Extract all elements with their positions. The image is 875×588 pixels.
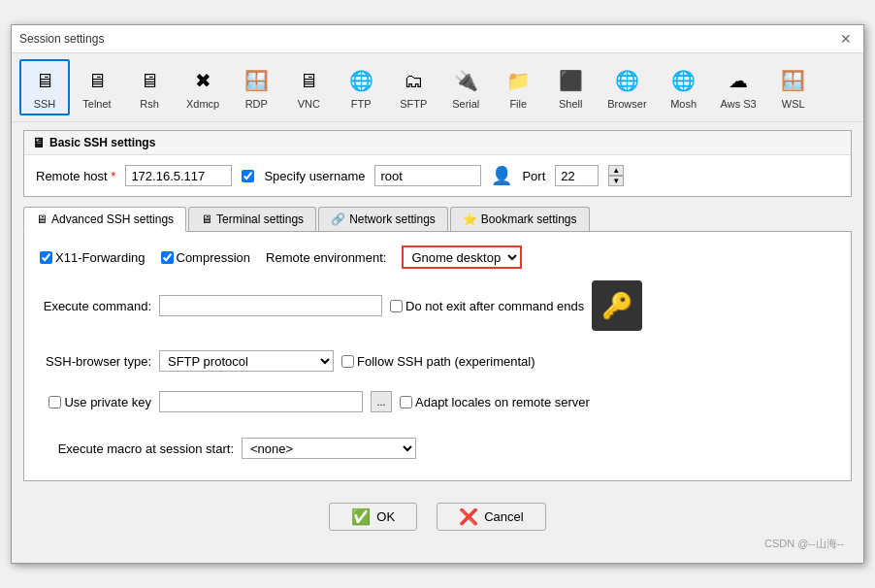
telnet-icon: 🖥	[81, 65, 113, 96]
awss3-icon: ☁	[723, 65, 754, 96]
private-key-browse-button[interactable]: ...	[371, 391, 392, 412]
terminal-tab-icon: 🖥	[201, 212, 212, 226]
ssh-icon: 🖥	[29, 65, 60, 96]
toolbar-item-ftp[interactable]: 🌐 FTP	[336, 59, 386, 115]
port-input[interactable]	[555, 165, 599, 186]
tab-bar: 🖥Advanced SSH settings🖥Terminal settings…	[23, 207, 852, 232]
advanced-ssh-tab-icon: 🖥	[36, 212, 48, 226]
do-not-exit-checkbox-label[interactable]: Do not exit after command ends	[390, 299, 584, 313]
browser-icon: 🌐	[611, 65, 642, 96]
execute-macro-select[interactable]: <none>	[242, 438, 416, 459]
xdmcp-icon: ✖	[187, 65, 218, 96]
execute-macro-row: Execute macro at session start: <none>	[40, 438, 835, 459]
x11-compression-row: X11-Forwarding Compression Remote enviro…	[40, 245, 835, 269]
mosh-label: Mosh	[670, 98, 697, 110]
toolbar-item-shell[interactable]: ⬛ Shell	[545, 59, 596, 115]
serial-icon: 🔌	[450, 65, 481, 96]
execute-macro-label: Execute macro at session start:	[40, 441, 234, 456]
network-tab-label: Network settings	[349, 212, 436, 226]
private-key-row: Use private key ... Adapt locales on rem…	[40, 391, 835, 412]
execute-command-input[interactable]	[159, 295, 382, 316]
terminal-tab-label: Terminal settings	[216, 212, 304, 226]
adapt-locales-checkbox[interactable]	[400, 396, 412, 408]
bookmark-tab-label: Bookmark settings	[481, 212, 577, 226]
use-private-key-checkbox[interactable]	[49, 396, 61, 408]
key-icon-box: 🔑	[592, 280, 642, 331]
remote-env-select[interactable]: Gnome desktop KDE desktop None	[402, 245, 522, 269]
wsl-label: WSL	[782, 98, 805, 110]
ssh-label: SSH	[34, 98, 56, 110]
tab-terminal[interactable]: 🖥Terminal settings	[188, 207, 316, 231]
rsh-label: Rsh	[140, 98, 159, 110]
adapt-locales-checkbox-label[interactable]: Adapt locales on remote server	[400, 395, 590, 409]
close-button[interactable]: ✕	[836, 31, 856, 47]
rdp-icon: 🪟	[241, 65, 272, 96]
compression-checkbox[interactable]	[161, 251, 174, 264]
toolbar-item-browser[interactable]: 🌐 Browser	[598, 59, 656, 115]
use-private-key-checkbox-label[interactable]: Use private key	[40, 395, 151, 409]
remote-host-label: Remote host *	[36, 169, 115, 183]
required-star: *	[111, 169, 115, 183]
specify-username-checkbox[interactable]	[242, 170, 254, 182]
specify-username-label: Specify username	[264, 169, 365, 183]
shell-icon: ⬛	[555, 65, 586, 96]
cancel-icon: ❌	[459, 507, 478, 526]
toolbar-item-mosh[interactable]: 🌐 Mosh	[659, 59, 709, 115]
port-spinner: ▲ ▼	[608, 165, 624, 186]
ok-icon: ✅	[351, 507, 371, 526]
toolbar-item-rdp[interactable]: 🪟 RDP	[231, 59, 281, 115]
tab-network[interactable]: 🔗Network settings	[318, 207, 448, 231]
ftp-label: FTP	[351, 98, 372, 110]
do-not-exit-checkbox[interactable]	[390, 300, 403, 312]
port-spin-up[interactable]: ▲	[608, 165, 624, 176]
toolbar-item-xdmcp[interactable]: ✖ Xdmcp	[177, 59, 229, 115]
title-bar: Session settings ✕	[12, 25, 863, 53]
execute-command-label: Execute command:	[40, 299, 151, 313]
remote-host-input[interactable]	[125, 165, 232, 186]
session-settings-dialog: Session settings ✕ 🖥 SSH 🖥 Telnet 🖥 Rsh …	[11, 24, 864, 564]
rdp-label: RDP	[245, 98, 268, 110]
watermark: CSDN @--山海--	[0, 537, 852, 555]
private-key-input[interactable]	[159, 391, 363, 412]
execute-command-row: Execute command: Do not exit after comma…	[40, 280, 835, 331]
basic-settings-row: Remote host * Specify username 👤 Port ▲ …	[36, 165, 839, 186]
toolbar-item-vnc[interactable]: 🖥 VNC	[283, 59, 334, 115]
toolbar-item-awss3[interactable]: ☁ Aws S3	[711, 59, 766, 115]
toolbar-item-telnet[interactable]: 🖥 Telnet	[72, 59, 122, 115]
x11-forwarding-checkbox-label[interactable]: X11-Forwarding	[40, 250, 146, 265]
sftp-icon: 🗂	[398, 65, 429, 96]
cancel-button[interactable]: ❌ Cancel	[437, 503, 545, 531]
vnc-label: VNC	[298, 98, 320, 110]
user-icon[interactable]: 👤	[491, 165, 512, 186]
ssh-browser-select[interactable]: SFTP protocol SCP protocol	[159, 350, 334, 372]
toolbar-item-file[interactable]: 📁 File	[493, 59, 543, 115]
port-label: Port	[522, 169, 545, 183]
bookmark-tab-icon: ⭐	[463, 212, 477, 226]
telnet-label: Telnet	[82, 98, 111, 110]
tab-advanced-ssh[interactable]: 🖥Advanced SSH settings	[23, 207, 186, 232]
dialog-title: Session settings	[19, 32, 104, 46]
file-label: File	[509, 98, 527, 110]
advanced-ssh-tab-content: X11-Forwarding Compression Remote enviro…	[40, 245, 835, 467]
toolbar-item-rsh[interactable]: 🖥 Rsh	[124, 59, 175, 115]
toolbar-item-sftp[interactable]: 🗂 SFTP	[388, 59, 438, 115]
ssh-browser-label: SSH-browser type:	[40, 354, 151, 369]
toolbar-item-serial[interactable]: 🔌 Serial	[440, 59, 491, 115]
key-icon: 🔑	[601, 291, 632, 321]
advanced-ssh-tab-label: Advanced SSH settings	[51, 212, 174, 226]
port-spin-down[interactable]: ▼	[608, 176, 624, 186]
basic-ssh-settings-content: Remote host * Specify username 👤 Port ▲ …	[24, 155, 851, 196]
follow-ssh-path-checkbox-label[interactable]: Follow SSH path (experimental)	[341, 354, 535, 369]
compression-checkbox-label[interactable]: Compression	[161, 250, 251, 265]
toolbar-item-ssh[interactable]: 🖥 SSH	[19, 59, 70, 115]
ok-button[interactable]: ✅ OK	[329, 503, 417, 531]
browser-label: Browser	[607, 98, 646, 110]
toolbar-item-wsl[interactable]: 🪟 WSL	[768, 59, 819, 115]
tab-bookmark[interactable]: ⭐Bookmark settings	[450, 207, 590, 231]
xdmcp-label: Xdmcp	[186, 98, 219, 110]
follow-ssh-path-checkbox[interactable]	[341, 355, 354, 368]
vnc-icon: 🖥	[293, 65, 324, 96]
x11-forwarding-checkbox[interactable]	[40, 251, 52, 264]
tab-content-area: X11-Forwarding Compression Remote enviro…	[23, 232, 852, 481]
username-input[interactable]	[374, 165, 481, 186]
